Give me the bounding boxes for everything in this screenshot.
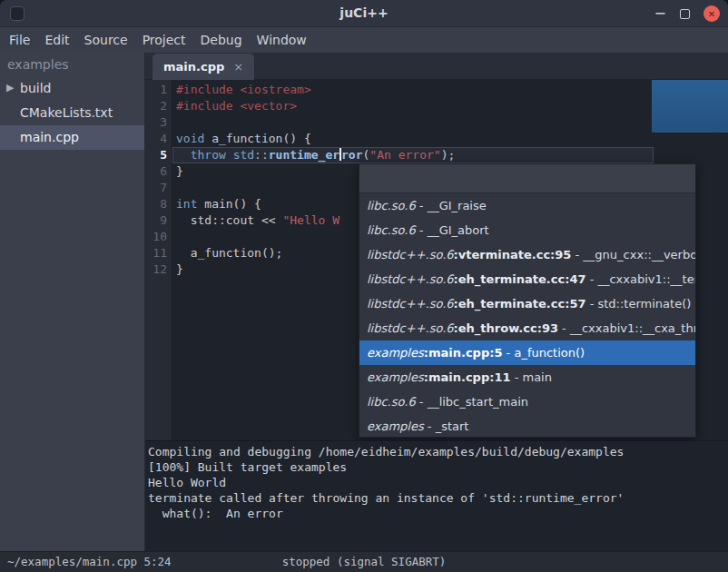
stack-frame-row[interactable]: libstdc++.so.6:eh_throw.cc:93 - __cxxabi…	[359, 316, 695, 340]
stack-frame-row[interactable]: libc.so.6 - __libc_start_main	[359, 390, 695, 414]
stack-frame-row[interactable]: libstdc++.so.6:vterminate.cc:95 - __gnu_…	[359, 242, 695, 267]
stack-frame-row[interactable]: libc.so.6 - __GI_raise	[359, 193, 695, 218]
code-line[interactable]: #include <vector>	[172, 98, 728, 114]
tree-item-label: build	[20, 76, 51, 101]
project-header: examples	[0, 53, 144, 76]
close-button[interactable]: ✕	[703, 5, 720, 22]
stack-frame-row-selected[interactable]: examples:main.cpp:5 - a_function()	[359, 340, 695, 365]
line-number: 2	[145, 98, 172, 114]
line-number-gutter: 1 2 3 4 5 6 7 8 9 10 11 12	[145, 80, 172, 440]
statusbar: stopped (signal SIGABRT) ~/examples/main…	[0, 551, 728, 572]
code-line[interactable]: #include <iostream>	[172, 82, 728, 98]
status-file-position: ~/examples/main.cpp 5:24	[7, 552, 172, 572]
line-number: 9	[145, 212, 172, 229]
line-number: 7	[145, 180, 172, 196]
output-terminal[interactable]: Compiling and debugging /home/eidheim/ex…	[145, 440, 728, 551]
menu-item-window[interactable]: Window	[250, 27, 314, 53]
sidebar-item-cmakelists[interactable]: CMakeLists.txt	[0, 101, 144, 125]
minimize-button[interactable]: −	[654, 1, 666, 26]
file-tree: examples ▶build CMakeLists.txt main.cpp	[0, 53, 145, 551]
chevron-right-icon[interactable]: ▶	[6, 75, 14, 100]
terminal-line: Hello World	[148, 475, 728, 490]
window-controls: − ✕	[654, 0, 720, 27]
popup-search-field[interactable]	[359, 164, 695, 193]
tab-maincpp[interactable]: main.cpp×	[152, 54, 254, 80]
line-number: 4	[145, 131, 172, 147]
terminal-line: [100%] Built target examples	[148, 459, 728, 475]
tree-item-label: CMakeLists.txt	[20, 101, 113, 125]
main-area: main.cpp× 1 2 3 4 5 6 7 8 9 10 11 12 #in…	[145, 53, 728, 551]
line-number: 6	[145, 163, 172, 180]
tree-item-label: main.cpp	[20, 125, 79, 150]
juci-window: juCi++ − ✕ File Edit Source Project Debu…	[0, 0, 728, 572]
restore-button[interactable]	[680, 9, 690, 19]
code-line[interactable]	[172, 114, 728, 131]
menu-item-project[interactable]: Project	[135, 27, 193, 53]
menu-item-source[interactable]: Source	[77, 27, 135, 53]
terminal-line: what(): An error	[148, 506, 728, 521]
tabbar: main.cpp×	[145, 53, 728, 80]
stack-frame-row[interactable]: examples:main.cpp:11 - main	[359, 365, 695, 390]
line-number: 12	[145, 261, 172, 278]
code-line[interactable]: void a_function() {	[172, 131, 728, 147]
stack-frame-row[interactable]: libstdc++.so.6:eh_terminate.cc:47 - __cx…	[359, 267, 695, 291]
stack-frame-row[interactable]: libstdc++.so.6:eh_terminate.cc:57 - std:…	[359, 291, 695, 316]
code-line-current[interactable]: throw std::runtime_error("An error");	[172, 147, 654, 163]
line-number-current: 5	[145, 147, 172, 163]
menu-item-edit[interactable]: Edit	[37, 27, 76, 53]
line-number: 3	[145, 114, 172, 131]
line-number: 1	[145, 82, 172, 98]
menu-item-debug[interactable]: Debug	[193, 27, 250, 53]
line-number: 10	[145, 229, 172, 245]
stack-frame-row[interactable]: examples - _start	[359, 414, 695, 438]
sidebar-item-maincpp[interactable]: main.cpp	[0, 125, 144, 150]
terminal-line: Compiling and debugging /home/eidheim/ex…	[148, 444, 728, 459]
editor-overlay	[652, 80, 728, 133]
sidebar-item-build[interactable]: ▶build	[0, 76, 144, 101]
tab-label: main.cpp	[163, 60, 224, 74]
line-number: 11	[145, 245, 172, 261]
menubar: File Edit Source Project Debug Window	[2, 27, 728, 53]
titlebar[interactable]: juCi++ − ✕	[0, 0, 728, 27]
tab-close-icon[interactable]: ×	[233, 60, 243, 74]
menu-item-file[interactable]: File	[2, 27, 37, 53]
line-number: 8	[145, 196, 172, 212]
code-editor[interactable]: 1 2 3 4 5 6 7 8 9 10 11 12 #include <ios…	[145, 80, 728, 440]
terminal-line: terminate called after throwing an insta…	[148, 490, 728, 506]
stack-trace-popup: libc.so.6 - __GI_raise libc.so.6 - __GI_…	[359, 163, 696, 438]
window-title: juCi++	[0, 0, 728, 27]
stack-frame-row[interactable]: libc.so.6 - __GI_abort	[359, 218, 695, 242]
